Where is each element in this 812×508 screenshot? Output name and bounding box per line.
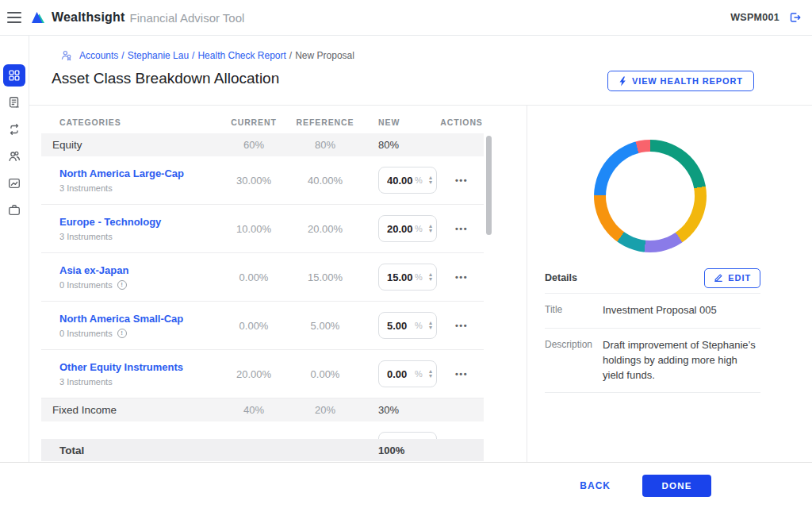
description-field-label: Description bbox=[545, 338, 603, 383]
info-icon[interactable]: ! bbox=[117, 329, 127, 338]
reference-value: 5.00% bbox=[287, 320, 363, 332]
decrement-arrow-icon[interactable]: ▾ bbox=[429, 325, 432, 330]
row-actions-menu[interactable]: ••• bbox=[439, 175, 484, 185]
breadcrumb-separator: / bbox=[192, 50, 194, 61]
reference-value: 80% bbox=[287, 139, 363, 151]
decrement-arrow-icon[interactable]: ▾ bbox=[429, 229, 432, 233]
breadcrumb-link-client[interactable]: Stephanie Lau bbox=[128, 50, 189, 61]
reference-value: 20.00% bbox=[287, 223, 363, 235]
column-header-reference: REFERENCE bbox=[287, 117, 363, 127]
breadcrumb-separator: / bbox=[121, 50, 124, 61]
table-scrollbar[interactable] bbox=[486, 136, 492, 235]
view-health-report-button[interactable]: VIEW HEALTH REPORT bbox=[607, 71, 754, 91]
sidebar-item-grid-icon[interactable] bbox=[3, 64, 25, 87]
instrument-category-link[interactable]: North America Small-Cap bbox=[59, 313, 220, 325]
instrument-count: 3 Instruments bbox=[59, 232, 220, 241]
breadcrumb: Accounts / Stephanie Lau / Health Check … bbox=[60, 49, 354, 62]
pencil-icon bbox=[714, 273, 723, 283]
edit-details-button[interactable]: EDIT bbox=[704, 268, 760, 288]
breadcrumb-current: New Proposal bbox=[295, 50, 354, 61]
new-allocation-input[interactable]: %▴▾ bbox=[378, 215, 437, 242]
allocation-donut-chart bbox=[594, 140, 707, 252]
proposal-panel: Details EDIT Title Investment Proposal 0… bbox=[527, 105, 812, 462]
edit-button-label: EDIT bbox=[728, 273, 751, 283]
percent-suffix: % bbox=[415, 224, 423, 233]
decrement-arrow-icon[interactable]: ▾ bbox=[429, 374, 432, 379]
workspace-id: WSPM001 bbox=[730, 12, 779, 23]
row-actions-menu[interactable]: ••• bbox=[439, 272, 484, 282]
instrument-count: 3 Instruments bbox=[59, 377, 220, 387]
new-allocation-input[interactable]: %▴▾ bbox=[378, 360, 437, 387]
sidebar-item-briefcase-icon[interactable] bbox=[3, 199, 25, 221]
instrument-category-link[interactable]: Europe - Technology bbox=[59, 216, 220, 229]
asset-class-row: Equity60%80%80% bbox=[41, 133, 484, 156]
allocation-value-field[interactable] bbox=[387, 175, 414, 187]
allocation-table-header: CATEGORIES CURRENT REFERENCE NEW ACTIONS bbox=[41, 111, 484, 133]
action-footer: BACK DONE bbox=[0, 462, 812, 508]
new-allocation-input[interactable]: %▴▾ bbox=[378, 264, 437, 291]
current-value: 20.00% bbox=[220, 368, 287, 380]
total-new-value: 100% bbox=[363, 444, 439, 456]
instrument-row: North America Large-Cap3 Instruments30.0… bbox=[41, 156, 484, 205]
info-icon[interactable]: ! bbox=[117, 280, 127, 290]
column-header-current: CURRENT bbox=[220, 117, 287, 127]
instrument-category-link[interactable]: North America Large-Cap bbox=[59, 167, 220, 180]
sidebar-item-repeat-icon[interactable] bbox=[3, 118, 25, 140]
page-title: Asset Class Breakdown Allocation bbox=[52, 70, 279, 87]
column-header-categories: CATEGORIES bbox=[41, 117, 220, 127]
instrument-category-link[interactable]: Asia ex-Japan bbox=[59, 264, 220, 277]
current-value: 10.00% bbox=[220, 223, 287, 235]
breadcrumb-separator: / bbox=[289, 50, 292, 61]
current-value: 0.00% bbox=[220, 320, 287, 332]
hamburger-menu-icon[interactable] bbox=[7, 12, 23, 23]
current-value: 30.00% bbox=[220, 175, 287, 187]
instrument-category-link[interactable]: Other Equity Instruments bbox=[59, 361, 220, 374]
decrement-arrow-icon[interactable]: ▾ bbox=[429, 180, 432, 185]
logout-icon[interactable] bbox=[787, 10, 802, 25]
allocation-value-field[interactable] bbox=[387, 320, 414, 332]
asset-class-name: Equity bbox=[41, 139, 220, 151]
column-header-actions: ACTIONS bbox=[439, 117, 484, 127]
row-actions-menu[interactable]: ••• bbox=[439, 321, 484, 330]
total-row: Total 100% bbox=[41, 439, 484, 461]
instrument-row: Asia ex-Japan0 Instruments!0.00%15.00%%▴… bbox=[41, 253, 484, 302]
breadcrumb-link-health-check[interactable]: Health Check Report bbox=[197, 50, 285, 61]
product-name: Financial Advisor Tool bbox=[130, 11, 245, 25]
instrument-row: North America Small-Cap0 Instruments!0.0… bbox=[41, 302, 484, 350]
instrument-count: 0 Instruments! bbox=[59, 280, 220, 290]
sidebar-item-document-icon[interactable] bbox=[3, 91, 25, 114]
new-value: 30% bbox=[363, 404, 439, 416]
allocation-value-field[interactable] bbox=[387, 368, 414, 380]
account-badge-icon bbox=[60, 49, 73, 62]
proposal-description-value: Draft improvement of Stephanie’s holding… bbox=[603, 338, 760, 383]
decrement-arrow-icon[interactable]: ▾ bbox=[429, 277, 432, 282]
sidebar bbox=[0, 36, 29, 462]
proposal-title-value: Investment Proposal 005 bbox=[603, 303, 717, 318]
wealthsight-logo-icon bbox=[32, 11, 45, 24]
instrument-count: 0 Instruments! bbox=[59, 329, 220, 338]
allocation-value-field[interactable] bbox=[387, 271, 414, 283]
instrument-count: 3 Instruments bbox=[59, 183, 220, 193]
current-value: 0.00% bbox=[220, 271, 287, 283]
topbar: Wealthsight Financial Advisor Tool WSPM0… bbox=[0, 0, 812, 36]
percent-suffix: % bbox=[415, 175, 423, 185]
current-value: 60% bbox=[220, 139, 287, 151]
sidebar-item-chart-icon[interactable] bbox=[3, 172, 25, 194]
back-button[interactable]: BACK bbox=[580, 480, 611, 491]
row-actions-menu[interactable]: ••• bbox=[439, 369, 484, 379]
instrument-row: Other Equity Instruments3 Instruments20.… bbox=[41, 350, 484, 398]
breadcrumb-link-accounts[interactable]: Accounts bbox=[79, 50, 118, 61]
sidebar-item-people-icon[interactable] bbox=[3, 145, 25, 167]
reference-value: 15.00% bbox=[287, 271, 363, 283]
new-allocation-input[interactable]: %▴▾ bbox=[378, 312, 437, 339]
allocation-value-field[interactable] bbox=[387, 223, 414, 235]
details-title-row: Title Investment Proposal 005 bbox=[545, 293, 760, 328]
instrument-row: Europe - Technology3 Instruments10.00%20… bbox=[41, 205, 484, 253]
asset-class-row: Fixed Income40%20%30% bbox=[41, 398, 484, 421]
asset-class-name: Fixed Income bbox=[41, 404, 220, 416]
percent-suffix: % bbox=[415, 369, 423, 379]
new-allocation-input[interactable]: %▴▾ bbox=[378, 167, 437, 194]
row-actions-menu[interactable]: ••• bbox=[439, 224, 484, 233]
done-button[interactable]: DONE bbox=[642, 475, 711, 497]
lightning-bolt-icon bbox=[619, 76, 627, 87]
